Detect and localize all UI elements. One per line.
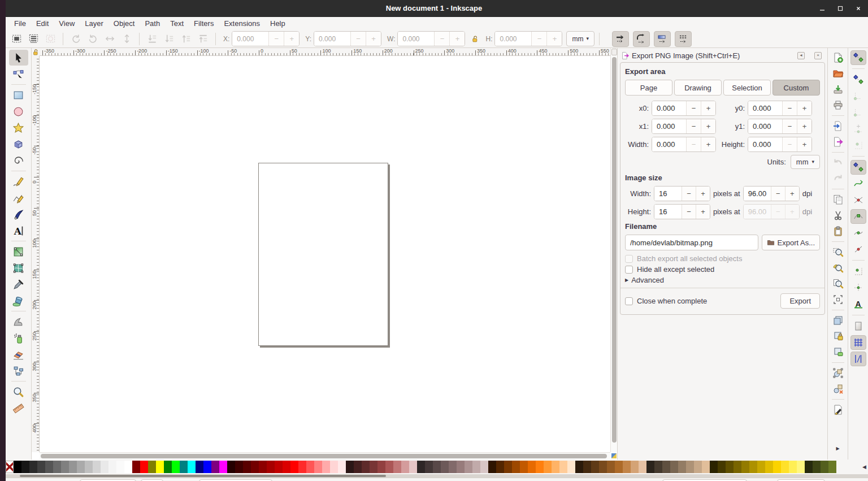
vertical-ruler[interactable]: -150-100-50050100150200250300350400 [32, 56, 40, 452]
color-swatch[interactable] [370, 461, 377, 473]
color-swatch[interactable] [765, 461, 773, 473]
color-swatch[interactable] [37, 461, 45, 473]
restore-button[interactable] [835, 3, 845, 14]
snap-nodes-toggle[interactable] [850, 160, 866, 175]
calligraphy-tool[interactable] [9, 206, 28, 222]
color-swatch[interactable] [290, 461, 298, 473]
x0-entry[interactable]: 0.000 [652, 101, 686, 115]
color-swatch[interactable] [528, 461, 536, 473]
color-swatch[interactable] [821, 461, 828, 473]
color-swatch[interactable] [797, 461, 805, 473]
paint-bucket-tool[interactable] [9, 293, 28, 309]
color-swatch[interactable] [259, 461, 267, 473]
snap-enabled-toggle[interactable] [850, 50, 866, 65]
color-swatch[interactable] [188, 461, 196, 473]
field-entry[interactable]: 0.000 [495, 32, 531, 46]
snap-path-intersections-toggle[interactable] [850, 193, 866, 207]
box-3d-tool[interactable] [9, 136, 28, 152]
color-swatch[interactable] [457, 461, 465, 473]
duplicate-button[interactable] [830, 313, 846, 328]
horizontal-ruler[interactable]: -350-300-250-200-150-100-500501001502002… [40, 48, 610, 56]
decrement-button[interactable]: − [268, 32, 284, 46]
selector-tool[interactable] [9, 50, 28, 66]
color-swatch[interactable] [781, 461, 789, 473]
decrement-button[interactable]: − [531, 32, 546, 46]
color-swatch[interactable] [567, 461, 575, 473]
ellipse-tool[interactable] [9, 103, 28, 119]
color-swatch[interactable] [156, 461, 164, 473]
color-swatch[interactable] [813, 461, 821, 473]
eraser-tool[interactable] [9, 346, 28, 362]
color-swatch[interactable] [235, 461, 243, 473]
tab-page[interactable]: Page [625, 80, 672, 96]
close-when-complete-checkbox[interactable] [625, 297, 633, 305]
color-swatch[interactable] [140, 461, 148, 473]
iconify-panel-button[interactable]: ◂ [797, 52, 805, 59]
color-swatch[interactable] [702, 461, 710, 473]
unlink-clone-button[interactable] [830, 345, 846, 359]
expand-commands-button[interactable]: ▶ [830, 441, 846, 456]
color-swatch[interactable] [275, 461, 283, 473]
color-swatch[interactable] [298, 461, 306, 473]
color-swatch[interactable] [21, 461, 29, 473]
menu-item[interactable]: Extensions [219, 18, 265, 29]
color-swatch[interactable] [726, 461, 734, 473]
color-swatch[interactable] [441, 461, 449, 473]
color-swatch[interactable] [449, 461, 457, 473]
color-swatch[interactable] [670, 461, 678, 473]
filename-input[interactable] [625, 235, 758, 250]
move-gradients-toggle[interactable] [654, 31, 671, 47]
menu-item[interactable]: Path [140, 18, 165, 29]
x1-increment-button[interactable]: + [701, 119, 715, 133]
titlebar[interactable]: New document 1 - Inkscape [0, 0, 868, 17]
lock-width-height-ratio[interactable] [469, 32, 481, 46]
deselect-button[interactable] [42, 32, 58, 46]
color-swatch[interactable] [164, 461, 172, 473]
color-swatch[interactable] [631, 461, 639, 473]
import-button[interactable] [830, 119, 846, 133]
image-width-increment-button[interactable]: + [696, 187, 710, 201]
undo-button[interactable] [830, 155, 846, 170]
scale-rounded-corners-toggle[interactable] [633, 31, 650, 47]
menu-item[interactable]: Edit [31, 18, 54, 29]
color-swatch[interactable] [805, 461, 813, 473]
color-swatch[interactable] [686, 461, 694, 473]
area-height-decrement-button[interactable]: − [782, 137, 797, 151]
palette-arrow-left-icon[interactable]: ◀ [862, 464, 866, 470]
lower-to-bottom-button[interactable] [144, 32, 160, 46]
color-swatch[interactable] [330, 461, 338, 473]
snap-bbox-toggle[interactable] [850, 72, 866, 87]
increment-button[interactable]: + [546, 32, 562, 46]
color-swatch[interactable] [465, 461, 472, 473]
tweak-tool[interactable] [9, 314, 28, 330]
vertical-scrollbar-thumb[interactable] [612, 57, 617, 443]
color-swatch[interactable] [85, 461, 93, 473]
lock-guides-button[interactable] [32, 48, 40, 56]
color-swatch[interactable] [393, 461, 401, 473]
checkbox[interactable] [625, 255, 633, 263]
area-width-entry[interactable]: 0.000 [652, 137, 686, 151]
color-swatch[interactable] [599, 461, 607, 473]
y0-entry[interactable]: 0.000 [748, 101, 782, 115]
flip-horizontal-button[interactable] [102, 32, 118, 46]
drawing-canvas[interactable] [40, 56, 610, 452]
color-swatch[interactable] [93, 461, 101, 473]
select-all-layers-button[interactable] [25, 32, 41, 46]
color-swatch[interactable] [520, 461, 528, 473]
menu-item[interactable]: View [54, 18, 80, 29]
export-button[interactable]: Export [780, 293, 820, 309]
color-swatch[interactable] [338, 461, 346, 473]
rotate-ccw-button[interactable] [68, 32, 84, 46]
image-height-increment-button[interactable]: + [696, 205, 710, 219]
snap-object-centers-toggle[interactable] [850, 264, 866, 279]
x0-decrement-button[interactable]: − [686, 101, 701, 115]
menu-item[interactable]: Object [108, 18, 140, 29]
color-swatch[interactable] [741, 461, 749, 473]
zoom-to-selection-button[interactable] [830, 245, 846, 259]
snap-guides-toggle[interactable] [850, 352, 866, 366]
color-swatch[interactable] [425, 461, 433, 473]
color-swatch[interactable] [180, 461, 188, 473]
vertical-scrollbar[interactable] [610, 48, 617, 452]
snap-rotation-centers-toggle[interactable] [850, 280, 866, 295]
new-document-button[interactable] [830, 50, 846, 65]
